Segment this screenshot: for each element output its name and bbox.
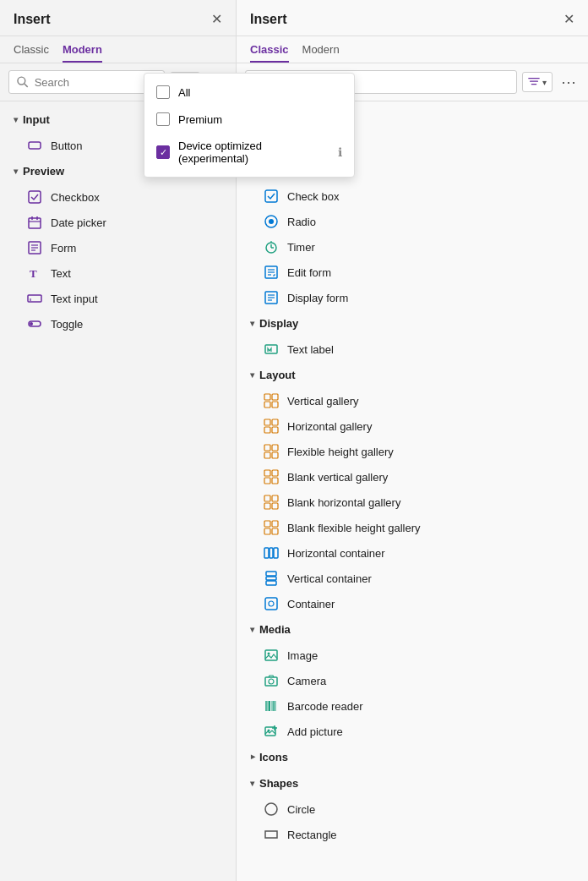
- item-checkbox-left[interactable]: Checkbox: [0, 184, 236, 210]
- form-icon-left: [27, 240, 42, 255]
- chevron-media-right[interactable]: ▾: [250, 625, 254, 634]
- search-input-left[interactable]: [35, 76, 157, 89]
- item-vcontainer-right[interactable]: Vertical container: [237, 566, 588, 591]
- dropdown-all[interactable]: All: [144, 79, 354, 106]
- item-image-label-right: Image: [287, 649, 318, 662]
- right-tabs: Classic Modern: [237, 36, 588, 63]
- chevron-layout-right[interactable]: ▾: [250, 370, 254, 380]
- svg-rect-51: [264, 470, 270, 476]
- checkbox-icon-left: [27, 189, 42, 205]
- item-barcode-label-right: Barcode reader: [287, 700, 363, 713]
- item-hcontainer-right[interactable]: Horizontal container: [237, 540, 588, 566]
- item-datepicker-left[interactable]: Date picker: [0, 210, 236, 235]
- tab-classic-right[interactable]: Classic: [250, 36, 289, 63]
- right-panel-content: ▾ Input Button Text input Check box Ra: [237, 101, 588, 881]
- svg-line-1: [24, 84, 28, 87]
- svg-rect-62: [272, 528, 278, 534]
- filter-button-right[interactable]: ▾: [522, 72, 553, 92]
- dropdown-premium-checkbox[interactable]: [156, 112, 170, 126]
- chevron-icons-right[interactable]: ▾: [248, 755, 257, 759]
- item-toggle-left[interactable]: Toggle: [0, 311, 236, 337]
- svg-point-72: [268, 653, 270, 655]
- item-hgallery-label-right: Horizontal gallery: [287, 420, 372, 433]
- blankhgallery-icon-right: [264, 495, 279, 510]
- tab-modern-right[interactable]: Modern: [302, 36, 340, 63]
- item-displayform-right[interactable]: Display form: [237, 285, 588, 310]
- dropdown-device-optimized-checkbox[interactable]: [156, 145, 170, 159]
- dropdown-device-optimized[interactable]: Device optimized (experimental) ℹ: [144, 133, 354, 172]
- vgallery-icon-right: [264, 393, 279, 408]
- info-icon: ℹ: [338, 145, 342, 159]
- filter-dropdown: All Premium Device optimized (experiment…: [144, 73, 355, 178]
- left-panel-close-button[interactable]: ✕: [211, 13, 222, 26]
- item-image-right[interactable]: Image: [237, 643, 588, 668]
- dropdown-device-optimized-label: Device optimized (experimental): [178, 140, 329, 165]
- editform-icon-right: [264, 265, 279, 280]
- more-button-right[interactable]: ⋯: [558, 71, 580, 93]
- item-camera-right[interactable]: Camera: [237, 668, 588, 693]
- item-rectangle-label-right: Rectangle: [287, 829, 337, 841]
- item-flexgallery-right[interactable]: Flexible height gallery: [237, 439, 588, 464]
- svg-rect-63: [264, 548, 269, 558]
- item-hgallery-right[interactable]: Horizontal gallery: [237, 413, 588, 439]
- svg-rect-59: [264, 521, 270, 527]
- left-search-input-wrap[interactable]: [8, 70, 165, 94]
- item-textlabel-right[interactable]: Text label: [237, 337, 588, 362]
- tab-modern-left[interactable]: Modern: [63, 36, 102, 63]
- item-timer-label-right: Timer: [287, 241, 315, 254]
- checkbox-icon-right: [264, 189, 279, 204]
- item-circle-right[interactable]: Circle: [237, 796, 588, 822]
- left-panel-content: ▾ Input Button ▾ Preview Checkbox Date p…: [0, 101, 236, 881]
- item-textinput-left[interactable]: Text input: [0, 286, 236, 311]
- svg-text:T: T: [30, 267, 37, 280]
- item-blankflexgallery-right[interactable]: Blank flexible height gallery: [237, 515, 588, 540]
- item-editform-right[interactable]: Edit form: [237, 260, 588, 285]
- item-container-right[interactable]: Container: [237, 591, 588, 616]
- right-panel-close-button[interactable]: ✕: [564, 13, 574, 26]
- svg-point-70: [269, 601, 274, 606]
- dropdown-all-checkbox[interactable]: [156, 85, 170, 99]
- item-rectangle-right[interactable]: Rectangle: [237, 822, 588, 847]
- section-input-label-left: Input: [23, 113, 50, 126]
- chevron-input-left[interactable]: ▾: [14, 115, 18, 124]
- item-radio-right[interactable]: Radio: [237, 209, 588, 234]
- svg-rect-45: [264, 427, 270, 433]
- section-display-label-right: Display: [259, 317, 298, 330]
- radio-icon-right: [264, 214, 279, 229]
- addpicture-icon-right: [264, 724, 279, 739]
- item-text-label-left: Text: [51, 267, 71, 280]
- toggle-icon-left: [27, 316, 42, 331]
- item-blankhgallery-right[interactable]: Blank horizontal gallery: [237, 490, 588, 515]
- dropdown-premium[interactable]: Premium: [144, 106, 354, 133]
- item-blankvgallery-right[interactable]: Blank vertical gallery: [237, 464, 588, 490]
- item-form-left[interactable]: Form: [0, 235, 236, 260]
- item-text-left[interactable]: T Text: [0, 260, 236, 286]
- textinput-icon-left: [27, 291, 42, 306]
- svg-rect-60: [272, 521, 278, 527]
- section-media-right: ▾ Media: [237, 616, 588, 643]
- left-panel-title: Insert: [14, 12, 51, 27]
- svg-point-16: [30, 322, 33, 326]
- item-addpicture-right[interactable]: Add picture: [237, 719, 588, 744]
- hcontainer-icon-right: [264, 545, 279, 561]
- hgallery-icon-right: [264, 419, 279, 434]
- item-vgallery-right[interactable]: Vertical gallery: [237, 388, 588, 413]
- item-container-label-right: Container: [287, 598, 335, 610]
- item-textlabel-label-right: Text label: [287, 343, 334, 356]
- item-blankhgallery-label-right: Blank horizontal gallery: [287, 496, 400, 509]
- tab-classic-left[interactable]: Classic: [14, 36, 49, 63]
- chevron-preview-left[interactable]: ▾: [14, 167, 18, 176]
- item-timer-right[interactable]: Timer: [237, 234, 588, 260]
- chevron-shapes-right[interactable]: ▾: [250, 779, 254, 788]
- item-barcode-right[interactable]: Barcode reader: [237, 693, 588, 719]
- right-panel-header: Insert ✕: [237, 0, 588, 36]
- item-hcontainer-label-right: Horizontal container: [287, 547, 385, 560]
- item-vgallery-label-right: Vertical gallery: [287, 395, 359, 408]
- chevron-display-right[interactable]: ▾: [250, 319, 254, 328]
- item-toggle-label-left: Toggle: [51, 318, 83, 331]
- svg-rect-39: [264, 394, 270, 400]
- item-checkbox-right[interactable]: Check box: [237, 183, 588, 209]
- datepicker-icon-left: [27, 215, 42, 230]
- vcontainer-icon-right: [264, 571, 279, 586]
- item-addpicture-label-right: Add picture: [287, 725, 343, 738]
